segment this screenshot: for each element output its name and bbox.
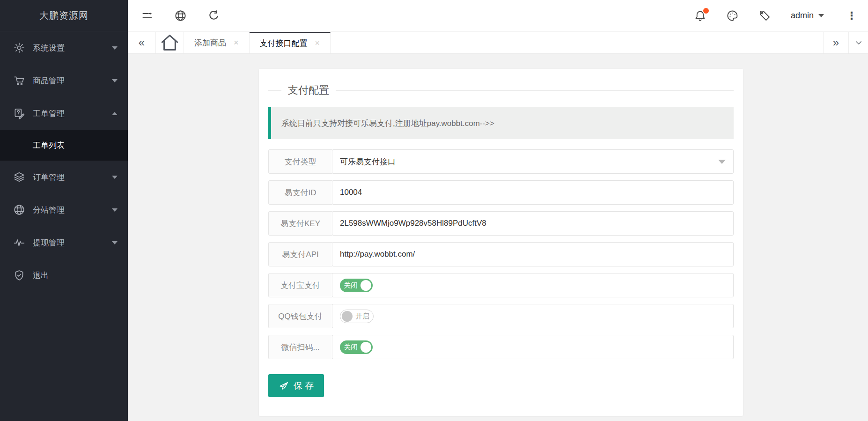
field-label: 易支付ID	[268, 180, 332, 205]
field-label: 易支付API	[268, 242, 332, 266]
form-row-pay-type: 支付类型 可乐易支付接口	[268, 149, 734, 174]
wechat-scan-field-wrap: 关闭	[332, 335, 734, 359]
epay-key-field-wrap	[332, 211, 734, 236]
chevron-down-icon	[818, 14, 824, 17]
sidebar-subitem-ticket-list[interactable]: 工单列表	[0, 130, 128, 161]
chevron-down-icon	[112, 176, 118, 179]
title-divider-left	[268, 90, 281, 91]
pay-type-selected-value: 可乐易支付接口	[340, 156, 396, 167]
epay-id-input[interactable]	[340, 188, 733, 197]
home-tab[interactable]	[156, 32, 184, 53]
alipay-field-wrap: 关闭	[332, 273, 734, 297]
globe-refresh-site-icon[interactable]	[174, 9, 187, 22]
tabbar-spacer	[331, 32, 823, 53]
tabs-dropdown-button[interactable]	[848, 32, 868, 53]
pulse-icon	[13, 236, 25, 249]
epay-key-input[interactable]	[340, 219, 733, 228]
sidebar-subitem-label: 工单列表	[33, 140, 65, 151]
sidebar-item-label: 提现管理	[33, 237, 112, 248]
sidebar-item-label: 分站管理	[33, 205, 112, 215]
sidebar-item-order-management[interactable]: 订单管理	[0, 161, 128, 193]
topbar: admin ⋮	[128, 0, 868, 31]
select-dropdown-arrow-icon[interactable]	[718, 160, 726, 164]
save-button-label: 保 存	[294, 380, 314, 392]
epay-api-input[interactable]	[340, 250, 733, 259]
topbar-right-controls: admin ⋮	[694, 9, 860, 22]
more-options-icon[interactable]: ⋮	[844, 11, 860, 21]
sidebar-item-label: 商品管理	[33, 75, 112, 86]
toggle-knob	[342, 311, 353, 322]
tab-payment-api-config[interactable]: 支付接口配置 ×	[250, 32, 331, 53]
tab-label: 添加商品	[194, 37, 226, 48]
form-row-epay-id: 易支付ID	[268, 180, 734, 205]
sidebar-item-label: 工单管理	[33, 108, 112, 119]
content-area: 支付配置 系统目前只支持对接可乐易支付,注册地址pay.wobbt.com-->…	[128, 54, 868, 421]
sidebar: 大鹏资源网 系统设置 商品管理 工单管理 工单列表	[0, 0, 128, 421]
field-label: 易支付KEY	[268, 211, 332, 236]
wechat-scan-toggle[interactable]: 关闭	[340, 340, 373, 354]
payment-config-card: 支付配置 系统目前只支持对接可乐易支付,注册地址pay.wobbt.com-->…	[259, 69, 743, 416]
tab-label: 支付接口配置	[260, 38, 308, 49]
collapse-sidebar-icon[interactable]	[141, 9, 154, 22]
save-button[interactable]: 保 存	[268, 374, 324, 397]
home-icon	[156, 32, 184, 53]
sidebar-item-substation-management[interactable]: 分站管理	[0, 193, 128, 226]
toggle-text: 关闭	[344, 343, 358, 352]
double-chevron-right-icon: »	[833, 36, 839, 49]
page-title: 支付配置	[288, 83, 329, 97]
tabs-scroll-left-button[interactable]: «	[128, 32, 156, 53]
info-alert-text: 系统目前只支持对接可乐易支付,注册地址pay.wobbt.com-->>	[281, 118, 494, 129]
form-row-epay-key: 易支付KEY	[268, 211, 734, 236]
form-row-alipay: 支付宝支付 关闭	[268, 273, 734, 297]
site-title: 大鹏资源网	[0, 0, 128, 31]
sidebar-item-label: 退出	[33, 270, 118, 281]
form-row-qq-wallet: QQ钱包支付 开启	[268, 304, 734, 328]
main-column: admin ⋮ « 添加商品 × 支付接口配置 ×	[128, 0, 868, 421]
gear-icon	[13, 42, 25, 54]
field-label: 微信扫码...	[268, 335, 332, 359]
shield-check-icon	[13, 269, 25, 281]
double-chevron-left-icon: «	[139, 36, 145, 49]
ticket-edit-icon	[13, 107, 25, 119]
sidebar-item-product-management[interactable]: 商品管理	[0, 64, 128, 97]
tag-icon[interactable]	[758, 9, 771, 22]
tab-add-product[interactable]: 添加商品 ×	[184, 32, 250, 53]
toggle-knob	[360, 342, 371, 353]
epay-api-field-wrap	[332, 242, 734, 266]
sidebar-item-withdrawal-management[interactable]: 提现管理	[0, 226, 128, 259]
theme-palette-icon[interactable]	[726, 9, 739, 22]
notification-badge	[703, 8, 709, 14]
sidebar-item-ticket-management[interactable]: 工单管理	[0, 97, 128, 130]
chevron-down-icon	[112, 241, 118, 244]
refresh-icon[interactable]	[207, 9, 220, 22]
chevron-down-icon	[854, 38, 863, 47]
sidebar-item-label: 订单管理	[33, 172, 112, 183]
tab-bar: « 添加商品 × 支付接口配置 × »	[128, 31, 868, 54]
alipay-toggle[interactable]: 关闭	[340, 279, 373, 292]
notification-bell-icon[interactable]	[694, 9, 706, 22]
toggle-text: 开启	[355, 312, 369, 321]
toggle-text: 关闭	[344, 281, 358, 290]
close-icon[interactable]: ×	[315, 38, 320, 48]
pay-type-select[interactable]: 可乐易支付接口	[332, 149, 734, 174]
sidebar-item-logout[interactable]: 退出	[0, 259, 128, 292]
cart-icon	[13, 74, 25, 87]
title-divider-right	[336, 90, 734, 91]
form-row-epay-api: 易支付API	[268, 242, 734, 266]
chevron-down-icon	[112, 46, 118, 50]
chevron-down-icon	[112, 208, 118, 212]
globe-icon	[13, 204, 25, 216]
chevron-up-icon	[112, 112, 118, 115]
field-label: 支付宝支付	[268, 273, 332, 297]
field-label: 支付类型	[268, 149, 332, 174]
epay-id-field-wrap	[332, 180, 734, 205]
sidebar-item-system-settings[interactable]: 系统设置	[0, 31, 128, 64]
tabs-scroll-right-button[interactable]: »	[823, 32, 848, 53]
app-window: 大鹏资源网 系统设置 商品管理 工单管理 工单列表	[0, 0, 868, 421]
close-icon[interactable]: ×	[234, 38, 239, 48]
form-row-wechat-scan: 微信扫码... 关闭	[268, 335, 734, 359]
qq-wallet-field-wrap: 开启	[332, 304, 734, 328]
user-menu[interactable]: admin	[791, 11, 824, 21]
username: admin	[791, 11, 814, 21]
qq-wallet-toggle[interactable]: 开启	[340, 310, 374, 323]
